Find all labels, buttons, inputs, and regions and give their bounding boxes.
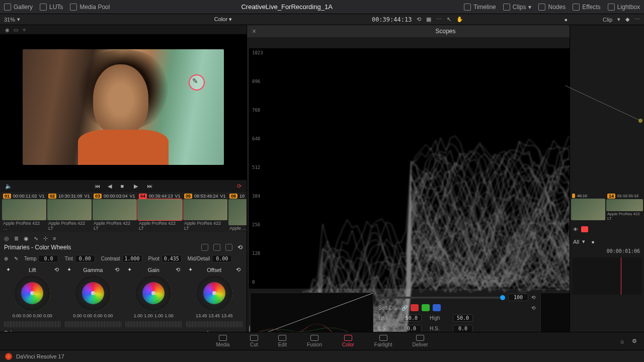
bars-mode-icon[interactable]: ≣ [14,235,19,242]
close-scopes-icon[interactable]: × [252,27,256,35]
wheel-value[interactable]: 1.00 [134,313,143,318]
color-wheel-lift[interactable] [14,275,50,311]
contrast-input[interactable] [122,255,142,262]
arrow-cursor-icon[interactable]: ↖ [447,16,451,23]
clip-label[interactable]: Clip [603,17,612,23]
wheel-picker-icon[interactable]: ✦ [127,266,132,273]
keyframes-all[interactable]: All [573,239,579,245]
jog-wheel[interactable] [4,321,61,327]
wheel-reset-icon[interactable]: ⟲ [54,266,59,273]
step-back-button[interactable]: ◀ [108,183,116,189]
keyframe-marker[interactable]: ◆ [625,16,629,23]
pivot-input[interactable] [162,255,182,262]
wheel-value[interactable]: 1.00 [154,313,164,318]
clip-thumb[interactable]: 0610Apple … [228,193,247,231]
nodes-button[interactable]: Nodes [538,4,566,11]
color-wheel-gamma[interactable] [75,275,111,311]
clip-thumb[interactable]: 0210:30:31:08V1Apple ProRes 422 LT [47,193,92,231]
tint-input[interactable] [75,255,95,262]
lightbox-button[interactable]: Lightbox [608,4,640,11]
wheel-value[interactable]: 0.00 [84,313,93,318]
jog-wheel[interactable] [186,321,243,327]
clips-button[interactable]: Clips▾ [503,4,532,11]
picker-icon[interactable]: ◉ [5,27,10,33]
wheel-picker-icon[interactable]: ✦ [67,266,71,273]
speaker-icon[interactable]: 🔈 [5,183,12,190]
prev-clip-button[interactable]: ⏮ [95,183,103,189]
eye-icon[interactable]: 👁 [573,227,578,232]
color-picker-cursor[interactable] [189,74,205,90]
wheel-value[interactable]: 0.00 [94,313,103,318]
zoom-level[interactable]: 31%▾ [4,16,34,23]
gallery-button[interactable]: Gallery [4,4,33,11]
jog-wheel[interactable] [65,321,122,327]
overlay-icon[interactable]: ▭ [14,27,18,33]
color-wheel-offset[interactable] [196,275,232,311]
wheel-picker-icon[interactable]: ✦ [6,266,11,273]
nav-cut[interactable]: Cut [250,335,258,347]
keyframe-dot[interactable]: ● [591,239,595,245]
wheel-reset-icon[interactable]: ⟲ [176,266,180,273]
wheel-value[interactable]: 13.45 [221,313,233,318]
picker-tool-icon[interactable]: ✎ [14,256,18,261]
flag-icon[interactable] [581,226,588,232]
clip-thumb[interactable]: 0508:53:49:24V1Apple ProRes 422 LT [183,193,227,231]
keyframes-panel[interactable] [572,257,642,295]
page-selector[interactable]: Color [214,16,227,22]
temp-input[interactable] [38,255,58,262]
wheel-value[interactable]: 1.00 [144,313,153,318]
wheels-mode-icon[interactable]: ◎ [4,235,9,242]
reset-icon[interactable]: ⟲ [237,244,243,251]
wheel-reset-icon[interactable]: ⟲ [236,266,240,273]
loop-button[interactable]: ⟳ [237,183,242,190]
nav-deliver[interactable]: Deliver [412,335,428,347]
wheel-value[interactable]: 13.45 [208,313,220,318]
nav-color[interactable]: Color [342,335,354,347]
viewer[interactable] [0,34,247,180]
mediapool-button[interactable]: Media Pool [70,4,110,11]
wheel-value[interactable]: 0.00 [43,313,52,318]
luts-button[interactable]: LUTs [40,4,63,11]
clip-thumb[interactable]: 0100:00:11:02V1Apple ProRes 422 … [2,193,46,231]
play-button[interactable]: ▶ [134,183,142,189]
nav-fusion[interactable]: Fusion [307,335,322,347]
wheel-value[interactable]: 0.00 [33,313,42,318]
wheel-value[interactable]: 0.00 [73,313,82,318]
qualifier-mode-icon[interactable]: ⊹ [43,235,48,242]
bar-view-icon[interactable] [213,244,220,251]
clip-timeline[interactable]: 0100:00:11:02V1Apple ProRes 422 …0210:30… [0,192,247,232]
jog-wheel[interactable] [125,321,182,327]
sync-icon[interactable]: ⟲ [417,16,421,23]
timeline-button[interactable]: Timeline [464,4,496,11]
color-wheel-gain[interactable] [135,275,172,311]
middetail-input[interactable] [212,255,232,262]
clip-thumb[interactable]: 0400:39:44:13V1Apple ProRes 422 LT [138,193,182,231]
sliders-mode-icon[interactable]: ≡ [53,235,56,242]
wheel-value[interactable]: 1.00 [165,313,174,318]
hand-icon[interactable]: ✋ [456,16,463,23]
softclip-slider[interactable] [378,297,505,299]
curves-mode-icon[interactable]: ∿ [34,235,38,242]
settings-icon[interactable]: ⚙ [632,338,637,344]
grid-icon[interactable]: ▦ [426,16,431,23]
log-view-icon[interactable] [225,244,232,251]
stop-button[interactable]: ■ [121,183,129,189]
wheel-value[interactable]: 0.00 [104,313,113,318]
clip-thumb[interactable]: 46;10 [571,193,605,221]
home-icon[interactable]: ⌂ [620,338,624,344]
viewer-timecode[interactable]: 00:39:44:13 [372,16,412,23]
nav-media[interactable]: Media [216,335,229,347]
clip-thumb[interactable]: 0300:00:03:04V1Apple ProRes 422 LT [93,193,137,231]
more-icon[interactable]: ⋯ [634,16,640,23]
log-mode-icon[interactable]: ◉ [24,235,29,242]
nav-edit[interactable]: Edit [278,335,287,347]
wand-icon[interactable]: ✧ [22,27,26,33]
clip-thumb[interactable]: 1401:12:31:12Apple ProRes 422 LT [606,193,643,221]
wheel-picker-icon[interactable]: ✦ [188,266,193,273]
nav-fairlight[interactable]: Fairlight [374,335,392,347]
effects-button[interactable]: Effects [573,4,600,11]
wheel-reset-icon[interactable]: ⟲ [115,266,119,273]
awb-icon[interactable]: ⊕ [4,256,8,261]
keyframe-dot[interactable]: ● [564,17,568,23]
wheel-value[interactable]: 0.00 [23,313,32,318]
